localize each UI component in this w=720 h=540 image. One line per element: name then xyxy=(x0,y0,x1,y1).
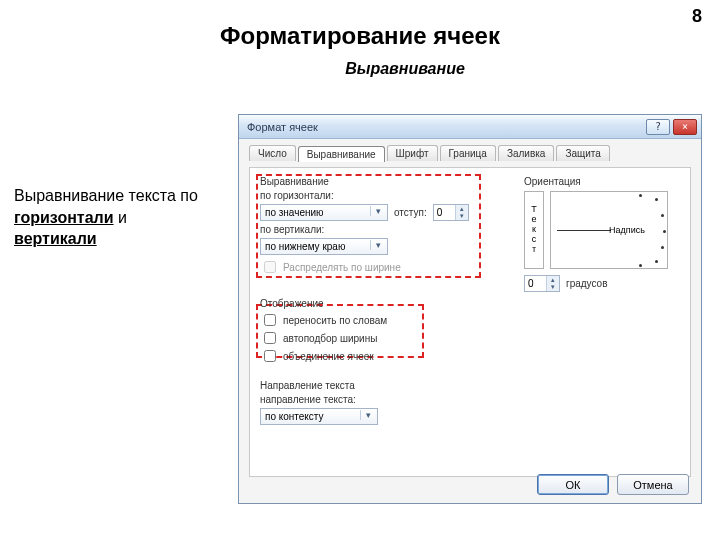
orientation-vertical-button[interactable]: Т е к с т xyxy=(524,191,544,269)
vertical-combo[interactable]: по нижнему краю xyxy=(260,238,388,255)
ok-button[interactable]: ОК xyxy=(537,474,609,495)
slide-title: Форматирование ячеек xyxy=(0,22,720,50)
cancel-button[interactable]: Отмена xyxy=(617,474,689,495)
degrees-label: градусов xyxy=(566,278,607,289)
dial-line-icon xyxy=(557,230,611,231)
tab-fill[interactable]: Заливка xyxy=(498,145,555,161)
merge-check[interactable]: объединение ячеек xyxy=(260,347,460,365)
dial-dot-icon xyxy=(661,214,664,217)
dial-text: Надпись xyxy=(609,225,645,235)
dial-dot-icon xyxy=(639,194,642,197)
dialog-button-row: ОК Отмена xyxy=(537,474,689,495)
direction-group-label: Направление текста xyxy=(260,380,460,391)
tab-number[interactable]: Число xyxy=(249,145,296,161)
tab-protection[interactable]: Защита xyxy=(556,145,609,161)
dial-dot-icon xyxy=(639,264,642,267)
dialog-title: Формат ячеек xyxy=(247,121,643,133)
degrees-spin[interactable]: 0 xyxy=(524,275,560,292)
wrap-check[interactable]: переносить по словам xyxy=(260,311,460,329)
shrink-checkbox-input[interactable] xyxy=(264,332,276,344)
merge-checkbox-input[interactable] xyxy=(264,350,276,362)
tab-alignment[interactable]: Выравнивание xyxy=(298,146,385,162)
orientation-dial[interactable]: Надпись xyxy=(550,191,668,269)
tab-strip: Число Выравнивание Шрифт Граница Заливка… xyxy=(249,145,691,161)
slide-subtitle: Выравнивание xyxy=(90,60,720,78)
dial-dot-icon xyxy=(663,230,666,233)
dialog-titlebar[interactable]: Формат ячеек ? × xyxy=(239,115,701,139)
tab-border[interactable]: Граница xyxy=(440,145,496,161)
direction-label: направление текста: xyxy=(260,394,356,405)
caption-text: Выравнивание текста по горизонтали и вер… xyxy=(14,185,198,250)
display-group: Отображение переносить по словам автопод… xyxy=(260,298,460,365)
wrap-checkbox-input[interactable] xyxy=(264,314,276,326)
slide-number: 8 xyxy=(692,6,702,27)
shrink-check[interactable]: автоподбор ширины xyxy=(260,329,460,347)
direction-group: Направление текста направление текста: п… xyxy=(260,380,460,428)
horizontal-combo[interactable]: по значению xyxy=(260,204,388,221)
close-button[interactable]: × xyxy=(673,119,697,135)
dial-dot-icon xyxy=(661,246,664,249)
direction-combo[interactable]: по контексту xyxy=(260,408,378,425)
dial-dot-icon xyxy=(655,260,658,263)
help-button[interactable]: ? xyxy=(646,119,670,135)
dial-dot-icon xyxy=(655,198,658,201)
orientation-group: Ориентация Т е к с т xyxy=(524,176,680,292)
display-group-label: Отображение xyxy=(260,298,460,309)
highlight-align-group xyxy=(256,174,481,278)
indent-spin[interactable]: 0 xyxy=(433,204,469,221)
dialog-client: Число Выравнивание Шрифт Граница Заливка… xyxy=(239,139,701,503)
format-cells-dialog: Формат ячеек ? × Число Выравнивание Шриф… xyxy=(238,114,702,504)
alignment-panel: Выравнивание по горизонтали: по значению… xyxy=(249,167,691,477)
orientation-label: Ориентация xyxy=(524,176,680,187)
tab-font[interactable]: Шрифт xyxy=(387,145,438,161)
